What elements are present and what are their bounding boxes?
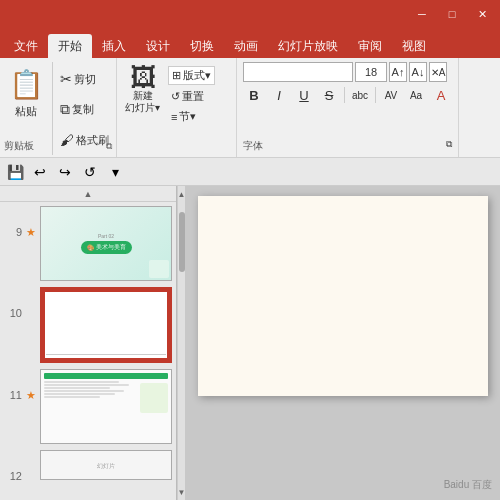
clipboard-expand-icon[interactable]: ⧉ (106, 141, 112, 152)
font-size-controls: A↑ A↓ ✕A (389, 62, 447, 82)
slide-thumb-9[interactable]: Part 02 🎨 美术与美育 (40, 206, 172, 281)
quick-access-more-button[interactable]: ▾ (104, 161, 126, 183)
undo-button[interactable]: ↩ (29, 161, 51, 183)
slide-panel: ▲ 9 ★ Part 02 🎨 美术与美育 (0, 186, 177, 500)
font-row2: B I U S abc AV Aa A (243, 85, 452, 105)
save-button[interactable]: 💾 (4, 161, 26, 183)
font-size-increase[interactable]: A↑ (389, 62, 407, 82)
slide11-image (140, 383, 168, 413)
menu-transition[interactable]: 切换 (180, 34, 224, 58)
menu-slideshow[interactable]: 幻灯片放映 (268, 34, 348, 58)
slide-thumb-10[interactable] (40, 287, 172, 363)
scrollbar-track (178, 202, 185, 484)
slide9-deco-shape (149, 260, 169, 278)
slide9-title-text: 美术与美育 (96, 243, 126, 252)
minimize-button[interactable]: ─ (408, 4, 436, 24)
slide-thumb-content-11 (41, 370, 171, 443)
scrollbar-down-arrow[interactable]: ▼ (178, 484, 185, 500)
new-slide-icon: 🖼 (130, 64, 156, 90)
reset-button[interactable]: ↺ 重置 (168, 88, 215, 105)
slide10-bottom-line (46, 354, 166, 355)
slide11-line4 (44, 390, 124, 392)
font-separator-1 (344, 87, 345, 103)
font-color-button[interactable]: A (430, 85, 452, 105)
quick-access-toolbar: 💾 ↩ ↪ ↺ ▾ (0, 158, 500, 186)
slide-thumb-11[interactable] (40, 369, 172, 444)
copy-button[interactable]: ⧉ 复制 (57, 100, 112, 119)
slide11-line5 (44, 393, 115, 395)
layout-icon: ⊞ (172, 69, 181, 82)
layout-label: 版式▾ (183, 68, 211, 83)
font-size-decrease[interactable]: A↓ (409, 62, 427, 82)
paste-button[interactable]: 📋 粘贴 (4, 62, 48, 121)
redo-button[interactable]: ↪ (54, 161, 76, 183)
menu-home[interactable]: 开始 (48, 34, 92, 58)
new-slide-label: 新建 幻灯片▾ (125, 90, 160, 114)
cut-button[interactable]: ✂ 剪切 (57, 70, 112, 88)
new-slide-button[interactable]: 🖼 新建 幻灯片▾ (121, 62, 164, 116)
slide11-line3 (44, 387, 110, 389)
slide11-body (44, 381, 168, 440)
slide9-decoration (149, 260, 169, 278)
char-spacing-button[interactable]: AV (380, 85, 402, 105)
slide-canvas (198, 196, 488, 396)
slide-star-11: ★ (26, 369, 36, 402)
slide-star-9: ★ (26, 206, 36, 239)
slide11-text-area (44, 381, 138, 440)
slide9-title-badge: 🎨 美术与美育 (81, 241, 132, 254)
slide-item-10: 10 ★ (4, 287, 172, 363)
repeat-button[interactable]: ↺ (79, 161, 101, 183)
italic-button[interactable]: I (268, 85, 290, 105)
reset-icon: ↺ (171, 90, 180, 103)
font-row1: 18 A↑ A↓ ✕A (243, 62, 452, 82)
font-section: 18 A↑ A↓ ✕A B I U S abc AV Aa A 字体 ⧉ (237, 58, 459, 157)
slide9-icon1: 🎨 (87, 244, 94, 251)
menu-insert[interactable]: 插入 (92, 34, 136, 58)
title-bar: ─ □ ✕ (0, 0, 500, 28)
clear-formatting-button[interactable]: ✕A (429, 62, 447, 82)
slide-star-12: ★ (26, 450, 36, 483)
menu-design[interactable]: 设计 (136, 34, 180, 58)
bold-button[interactable]: B (243, 85, 265, 105)
cut-icon: ✂ (60, 71, 72, 87)
clipboard-section-title: 剪贴板 (4, 139, 34, 153)
underline-button[interactable]: U (293, 85, 315, 105)
menu-bar: 文件 开始 插入 设计 切换 动画 幻灯片放映 审阅 视图 (0, 28, 500, 58)
maximize-button[interactable]: □ (438, 4, 466, 24)
shadow-button[interactable]: abc (349, 85, 371, 105)
layout-button[interactable]: ⊞ 版式▾ (168, 66, 215, 85)
copy-label: 复制 (72, 102, 94, 117)
menu-review[interactable]: 审阅 (348, 34, 392, 58)
paste-icon: 📋 (8, 64, 44, 104)
reset-label: 重置 (182, 89, 204, 104)
scrollbar-up-arrow[interactable]: ▲ (178, 186, 185, 202)
slide-number-11: 11 (4, 369, 22, 401)
scrollbar-thumb[interactable] (179, 212, 185, 272)
menu-animation[interactable]: 动画 (224, 34, 268, 58)
case-button[interactable]: Aa (405, 85, 427, 105)
font-expand-icon[interactable]: ⧉ (446, 139, 452, 153)
font-size-input[interactable]: 18 (355, 62, 387, 82)
slide11-layout (41, 370, 171, 443)
main-area: ▲ 9 ★ Part 02 🎨 美术与美育 (0, 186, 500, 500)
slide-panel-scroll-up[interactable]: ▲ (0, 186, 176, 202)
slide11-line1 (44, 381, 119, 383)
slide12-text: 幻灯片 (97, 462, 115, 471)
slide-actions: ⊞ 版式▾ ↺ 重置 ≡ 节▾ (168, 66, 215, 125)
slide-thumb-inner-9: Part 02 🎨 美术与美育 (41, 207, 171, 280)
close-button[interactable]: ✕ (468, 4, 496, 24)
cut-label: 剪切 (74, 72, 96, 87)
menu-view[interactable]: 视图 (392, 34, 436, 58)
font-name-input[interactable] (243, 62, 353, 82)
section-button[interactable]: ≡ 节▾ (168, 108, 215, 125)
slide-star-10: ★ (26, 287, 36, 320)
font-section-footer: 字体 ⧉ (243, 139, 452, 153)
font-section-title: 字体 (243, 139, 263, 153)
slide-thumb-12[interactable]: 幻灯片 (40, 450, 172, 480)
slide-thumb-content-9: Part 02 🎨 美术与美育 (41, 207, 171, 280)
menu-file[interactable]: 文件 (4, 34, 48, 58)
slide11-header (44, 373, 168, 379)
slide-number-9: 9 (4, 206, 22, 238)
strikethrough-button[interactable]: S (318, 85, 340, 105)
scroll-up-icon: ▲ (84, 189, 93, 199)
